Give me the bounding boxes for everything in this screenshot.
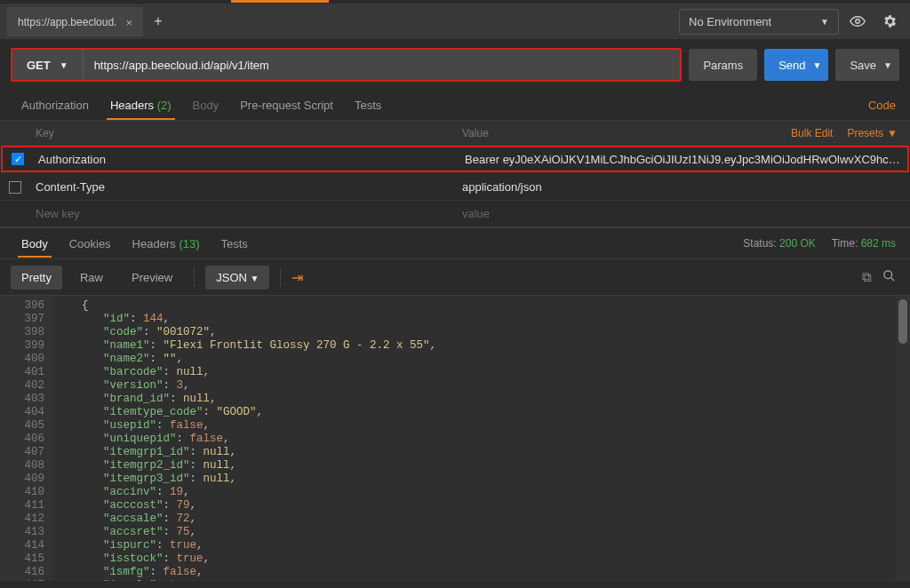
chevron-down-icon: ▼: [883, 60, 892, 70]
request-tab[interactable]: https://app.beecloud. ×: [7, 7, 143, 36]
tab-body[interactable]: Body: [182, 91, 230, 119]
bulk-edit-link[interactable]: Bulk Edit: [791, 127, 833, 139]
view-preview[interactable]: Preview: [121, 266, 183, 290]
header-row[interactable]: ✓ Authorization Bearer eyJ0eXAiOiJKV1MiL…: [1, 146, 909, 172]
gear-icon[interactable]: [876, 8, 903, 35]
chevron-down-icon: ▼: [251, 274, 259, 283]
wrap-icon[interactable]: ⇥: [291, 269, 303, 286]
tab-tests[interactable]: Tests: [344, 91, 392, 119]
column-value: Value: [457, 127, 791, 139]
environment-select[interactable]: No Environment ▼: [679, 9, 839, 35]
resp-tab-headers[interactable]: Headers (13): [122, 230, 211, 258]
header-row[interactable]: Content-Type application/json: [0, 174, 910, 201]
save-button[interactable]: Save ▼: [835, 49, 899, 81]
send-button[interactable]: Send ▼: [764, 49, 828, 81]
tab-headers[interactable]: Headers (2): [100, 91, 182, 119]
resp-tab-cookies[interactable]: Cookies: [59, 230, 122, 258]
header-row-empty[interactable]: New key value: [0, 201, 910, 227]
status-label: Status: 200 OK: [743, 237, 815, 250]
header-key-placeholder[interactable]: New key: [30, 207, 457, 220]
scrollbar[interactable]: [896, 296, 910, 581]
url-input[interactable]: [84, 50, 681, 80]
copy-icon[interactable]: ⧉: [862, 269, 872, 285]
chevron-down-icon: ▼: [813, 60, 822, 70]
tab-prerequest[interactable]: Pre-request Script: [229, 91, 344, 119]
search-icon[interactable]: [882, 269, 896, 285]
chevron-down-icon: ▼: [820, 17, 829, 27]
presets-link[interactable]: Presets ▼: [847, 127, 898, 139]
checkbox-icon[interactable]: ✓: [12, 153, 24, 165]
close-icon[interactable]: ×: [125, 16, 132, 29]
tab-authorization[interactable]: Authorization: [11, 91, 100, 119]
response-body: 3963973983994004014024034044054064074084…: [0, 295, 910, 581]
checkbox-icon[interactable]: [9, 181, 21, 194]
environment-label: No Environment: [689, 15, 771, 28]
request-tab-title: https://app.beecloud.: [18, 16, 116, 28]
resp-tab-tests[interactable]: Tests: [211, 230, 259, 258]
scrollbar-thumb[interactable]: [898, 299, 907, 344]
chevron-down-icon: ▼: [60, 60, 68, 70]
header-key[interactable]: Content-Type: [30, 180, 457, 194]
svg-line-2: [890, 277, 894, 281]
resp-tab-body[interactable]: Body: [11, 230, 59, 258]
method-label: GET: [27, 59, 51, 72]
column-key: Key: [30, 127, 457, 139]
view-pretty[interactable]: Pretty: [11, 266, 62, 290]
header-key[interactable]: Authorization: [33, 153, 459, 166]
params-button[interactable]: Params: [689, 49, 757, 81]
header-value[interactable]: application/json: [457, 180, 910, 194]
header-value[interactable]: Bearer eyJ0eXAiOiJKV1MiLCJhbGciOiJIUzI1N…: [459, 153, 907, 166]
new-tab-button[interactable]: +: [145, 8, 172, 35]
view-raw[interactable]: Raw: [69, 266, 114, 290]
svg-point-0: [856, 20, 860, 24]
svg-point-1: [884, 271, 892, 279]
time-label: Time: 682 ms: [832, 237, 896, 250]
chevron-down-icon: ▼: [887, 127, 898, 139]
code-link[interactable]: Code: [868, 99, 899, 112]
format-select[interactable]: JSON ▼: [205, 266, 269, 290]
method-select[interactable]: GET ▼: [12, 50, 84, 80]
header-value-placeholder[interactable]: value: [457, 207, 910, 220]
eye-icon[interactable]: [844, 8, 871, 35]
